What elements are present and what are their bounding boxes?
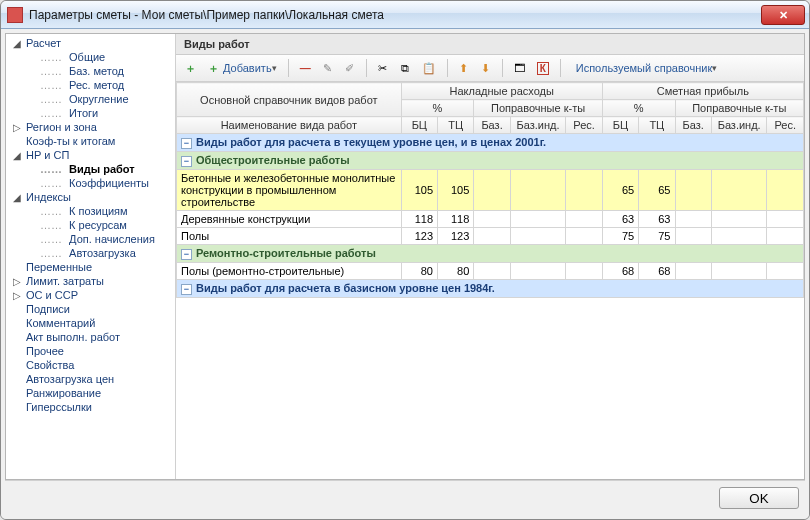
sidebar-item[interactable]: …… Рес. метод — [6, 78, 175, 92]
grid-section-row[interactable]: −Общестроительные работы — [177, 152, 804, 170]
sidebar-item[interactable]: Свойства — [6, 358, 175, 372]
grid-cell[interactable]: 63 — [602, 211, 638, 228]
preview-button[interactable]: 🗔 — [509, 58, 530, 78]
grid-cell[interactable]: 75 — [639, 228, 675, 245]
grid-cell[interactable] — [711, 211, 767, 228]
close-button[interactable]: ✕ — [761, 5, 805, 25]
erase-button[interactable]: ✐ — [340, 58, 360, 78]
sidebar-item[interactable]: …… Коэффициенты — [6, 176, 175, 190]
paste-button[interactable]: 📋 — [417, 58, 441, 78]
grid-cell[interactable] — [510, 211, 566, 228]
sidebar-item[interactable]: …… Итоги — [6, 106, 175, 120]
header-name[interactable]: Наименование вида работ — [177, 117, 402, 134]
grid-data-row[interactable]: Бетонные и железобетонные монолитные кон… — [177, 170, 804, 211]
grid-cell[interactable] — [675, 263, 711, 280]
grid-cell[interactable]: 80 — [401, 263, 437, 280]
header-nr-bc[interactable]: БЦ — [401, 117, 437, 134]
sidebar-item[interactable]: …… Доп. начисления — [6, 232, 175, 246]
grid-cell[interactable] — [767, 211, 804, 228]
header-nr-pct[interactable]: % — [401, 100, 474, 117]
sidebar-item[interactable]: Коэф-ты к итогам — [6, 134, 175, 148]
copy-button[interactable]: ⧉ — [395, 58, 415, 78]
grid-cell[interactable] — [510, 228, 566, 245]
sidebar-item[interactable]: ◢Расчет — [6, 36, 175, 50]
grid-cell[interactable] — [566, 263, 602, 280]
grid-data-row[interactable]: Деревянные конструкции1181186363 — [177, 211, 804, 228]
sidebar-item[interactable]: ▷Регион и зона — [6, 120, 175, 134]
grid-scroll[interactable]: Основной справочник видов работ Накладны… — [176, 82, 804, 479]
grid-cell[interactable]: 118 — [438, 211, 474, 228]
k-button[interactable]: К — [532, 58, 554, 78]
sidebar-tree[interactable]: ◢Расчет…… Общие…… Баз. метод…… Рес. мето… — [6, 34, 176, 479]
sidebar-item[interactable]: Комментарий — [6, 316, 175, 330]
add-button[interactable]: ＋ Добавить — [203, 58, 282, 78]
grid-cell[interactable] — [474, 228, 510, 245]
edit-button[interactable]: ✎ — [318, 58, 338, 78]
grid-cell[interactable]: 123 — [438, 228, 474, 245]
header-sp-bc[interactable]: БЦ — [602, 117, 638, 134]
grid-cell[interactable] — [566, 170, 602, 211]
add-split-button[interactable]: ＋ — [180, 58, 201, 78]
sidebar-item[interactable]: ▷ОС и ССР — [6, 288, 175, 302]
sidebar-item[interactable]: ◢Индексы — [6, 190, 175, 204]
grid-section-row[interactable]: −Виды работ для расчета в базисном уровн… — [177, 280, 804, 298]
header-group-nr[interactable]: Накладные расходы — [401, 83, 602, 100]
grid-section-row[interactable]: −Ремонтно-строительные работы — [177, 245, 804, 263]
move-down-button[interactable]: ⬇ — [476, 58, 496, 78]
grid-cell[interactable]: Полы (ремонтно-строительные) — [177, 263, 402, 280]
header-sp-tc[interactable]: ТЦ — [639, 117, 675, 134]
cut-button[interactable]: ✂ — [373, 58, 393, 78]
grid-cell[interactable] — [675, 228, 711, 245]
grid-cell[interactable]: 68 — [639, 263, 675, 280]
sidebar-item[interactable]: Автозагрузка цен — [6, 372, 175, 386]
collapse-icon[interactable]: − — [181, 249, 192, 260]
header-sp-res[interactable]: Рес. — [767, 117, 804, 134]
sidebar-item[interactable]: …… К позициям — [6, 204, 175, 218]
grid-cell[interactable] — [767, 228, 804, 245]
collapse-icon[interactable]: − — [181, 284, 192, 295]
header-sp-bazind[interactable]: Баз.инд. — [711, 117, 767, 134]
move-up-button[interactable]: ⬆ — [454, 58, 474, 78]
sidebar-item[interactable]: …… Общие — [6, 50, 175, 64]
grid-section-row[interactable]: −Виды работ для расчета в текущем уровне… — [177, 134, 804, 152]
grid-data-row[interactable]: Полы (ремонтно-строительные)80806868 — [177, 263, 804, 280]
sidebar-item[interactable]: Гиперссылки — [6, 400, 175, 414]
sidebar-item[interactable]: ◢НР и СП — [6, 148, 175, 162]
grid-cell[interactable]: 118 — [401, 211, 437, 228]
header-group-ref[interactable]: Основной справочник видов работ — [177, 83, 402, 117]
grid-cell[interactable]: Деревянные конструкции — [177, 211, 402, 228]
sidebar-item[interactable]: …… К ресурсам — [6, 218, 175, 232]
header-sp-baz[interactable]: Баз. — [675, 117, 711, 134]
header-nr-res[interactable]: Рес. — [566, 117, 602, 134]
grid-cell[interactable]: 68 — [602, 263, 638, 280]
grid-cell[interactable] — [510, 170, 566, 211]
sidebar-item[interactable]: …… Виды работ — [6, 162, 175, 176]
sidebar-item[interactable]: …… Округление — [6, 92, 175, 106]
header-nr-baz[interactable]: Баз. — [474, 117, 510, 134]
grid-cell[interactable]: 63 — [639, 211, 675, 228]
collapse-icon[interactable]: − — [181, 138, 192, 149]
sidebar-item[interactable]: Подписи — [6, 302, 175, 316]
grid-cell[interactable] — [711, 228, 767, 245]
grid-cell[interactable] — [566, 228, 602, 245]
header-nr-k[interactable]: Поправочные к-ты — [474, 100, 602, 117]
header-nr-tc[interactable]: ТЦ — [438, 117, 474, 134]
sidebar-item[interactable]: …… Баз. метод — [6, 64, 175, 78]
grid-cell[interactable] — [510, 263, 566, 280]
grid-cell[interactable] — [711, 170, 767, 211]
grid-cell[interactable] — [675, 211, 711, 228]
reference-dropdown[interactable]: Используемый справочник — [567, 58, 723, 78]
header-nr-bazind[interactable]: Баз.инд. — [510, 117, 566, 134]
grid-cell[interactable]: Бетонные и железобетонные монолитные кон… — [177, 170, 402, 211]
sidebar-item[interactable]: ▷Лимит. затраты — [6, 274, 175, 288]
grid-cell[interactable] — [711, 263, 767, 280]
grid-cell[interactable]: 80 — [438, 263, 474, 280]
grid-cell[interactable]: 105 — [401, 170, 437, 211]
delete-button[interactable]: — — [295, 58, 316, 78]
sidebar-item[interactable]: …… Автозагрузка — [6, 246, 175, 260]
grid-cell[interactable] — [474, 263, 510, 280]
header-sp-pct[interactable]: % — [602, 100, 675, 117]
grid-cell[interactable]: 65 — [639, 170, 675, 211]
grid-cell[interactable]: 75 — [602, 228, 638, 245]
header-sp-k[interactable]: Поправочные к-ты — [675, 100, 804, 117]
